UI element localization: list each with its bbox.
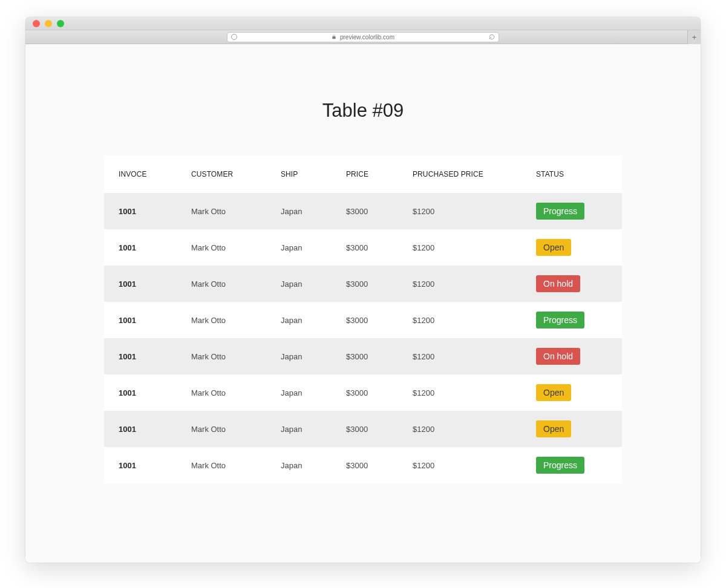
td-purchased: $1200 <box>398 411 522 447</box>
td-ship: Japan <box>266 447 332 483</box>
td-customer: Mark Otto <box>177 338 266 374</box>
status-badge-open[interactable]: Open <box>536 384 571 401</box>
td-invoice: 1001 <box>104 374 177 411</box>
td-purchased: $1200 <box>398 338 522 374</box>
td-price: $3000 <box>332 229 398 266</box>
th-price: PRICE <box>332 155 398 193</box>
td-price: $3000 <box>332 411 398 447</box>
table-row: 1001Mark OttoJapan$3000$1200Open <box>104 411 622 447</box>
td-price: $3000 <box>332 374 398 411</box>
td-purchased: $1200 <box>398 193 522 229</box>
table-row: 1001Mark OttoJapan$3000$1200Progress <box>104 447 622 483</box>
td-customer: Mark Otto <box>177 302 266 338</box>
td-status: Open <box>522 374 622 411</box>
table-row: 1001Mark OttoJapan$3000$1200Progress <box>104 302 622 338</box>
window-close-button[interactable] <box>33 20 40 27</box>
td-customer: Mark Otto <box>177 193 266 229</box>
status-badge-onhold[interactable]: On hold <box>536 348 580 365</box>
td-ship: Japan <box>266 338 332 374</box>
window-maximize-button[interactable] <box>57 20 64 27</box>
new-tab-button[interactable]: + <box>687 30 701 44</box>
td-price: $3000 <box>332 266 398 302</box>
url-bar[interactable]: preview.colorlib.com <box>227 32 499 42</box>
status-badge-open[interactable]: Open <box>536 420 571 437</box>
td-status: Progress <box>522 447 622 483</box>
td-status: On hold <box>522 266 622 302</box>
url-text: preview.colorlib.com <box>340 34 394 41</box>
td-ship: Japan <box>266 193 332 229</box>
status-badge-progress[interactable]: Progress <box>536 203 584 220</box>
th-customer: CUSTOMER <box>177 155 266 193</box>
td-purchased: $1200 <box>398 447 522 483</box>
td-invoice: 1001 <box>104 302 177 338</box>
td-customer: Mark Otto <box>177 447 266 483</box>
window-minimize-button[interactable] <box>45 20 52 27</box>
td-ship: Japan <box>266 374 332 411</box>
status-badge-onhold[interactable]: On hold <box>536 275 580 292</box>
th-ship: SHIP <box>266 155 332 193</box>
td-ship: Japan <box>266 302 332 338</box>
td-purchased: $1200 <box>398 229 522 266</box>
browser-window: preview.colorlib.com + Table #09 INVOCE … <box>25 17 701 563</box>
td-purchased: $1200 <box>398 374 522 411</box>
table-row: 1001Mark OttoJapan$3000$1200On hold <box>104 338 622 374</box>
td-price: $3000 <box>332 447 398 483</box>
td-customer: Mark Otto <box>177 229 266 266</box>
td-ship: Japan <box>266 411 332 447</box>
td-customer: Mark Otto <box>177 411 266 447</box>
td-purchased: $1200 <box>398 266 522 302</box>
td-price: $3000 <box>332 193 398 229</box>
status-badge-progress[interactable]: Progress <box>536 457 584 474</box>
td-price: $3000 <box>332 338 398 374</box>
status-badge-open[interactable]: Open <box>536 239 571 256</box>
page-viewport: Table #09 INVOCE CUSTOMER SHIP PRICE PRU… <box>25 44 701 563</box>
table-row: 1001Mark OttoJapan$3000$1200Open <box>104 229 622 266</box>
td-ship: Japan <box>266 266 332 302</box>
td-invoice: 1001 <box>104 266 177 302</box>
td-status: Open <box>522 411 622 447</box>
table-row: 1001Mark OttoJapan$3000$1200Progress <box>104 193 622 229</box>
td-status: Open <box>522 229 622 266</box>
table-row: 1001Mark OttoJapan$3000$1200Open <box>104 374 622 411</box>
th-invoice: INVOCE <box>104 155 177 193</box>
td-invoice: 1001 <box>104 193 177 229</box>
th-status: STATUS <box>522 155 622 193</box>
data-table: INVOCE CUSTOMER SHIP PRICE PRUCHASED PRI… <box>104 155 622 483</box>
td-status: On hold <box>522 338 622 374</box>
reload-icon[interactable] <box>489 34 495 40</box>
td-ship: Japan <box>266 229 332 266</box>
td-invoice: 1001 <box>104 447 177 483</box>
td-customer: Mark Otto <box>177 266 266 302</box>
table-header-row: INVOCE CUSTOMER SHIP PRICE PRUCHASED PRI… <box>104 155 622 193</box>
td-purchased: $1200 <box>398 302 522 338</box>
page-title: Table #09 <box>25 100 701 122</box>
td-status: Progress <box>522 193 622 229</box>
td-price: $3000 <box>332 302 398 338</box>
browser-titlebar <box>25 17 701 30</box>
th-purchased: PRUCHASED PRICE <box>398 155 522 193</box>
td-status: Progress <box>522 302 622 338</box>
traffic-lights <box>33 20 64 27</box>
table-row: 1001Mark OttoJapan$3000$1200On hold <box>104 266 622 302</box>
browser-toolbar: preview.colorlib.com + <box>25 30 701 44</box>
td-customer: Mark Otto <box>177 374 266 411</box>
reader-icon <box>231 34 237 40</box>
lock-icon <box>332 34 336 39</box>
td-invoice: 1001 <box>104 411 177 447</box>
td-invoice: 1001 <box>104 338 177 374</box>
td-invoice: 1001 <box>104 229 177 266</box>
data-table-container: INVOCE CUSTOMER SHIP PRICE PRUCHASED PRI… <box>104 155 622 483</box>
status-badge-progress[interactable]: Progress <box>536 312 584 328</box>
